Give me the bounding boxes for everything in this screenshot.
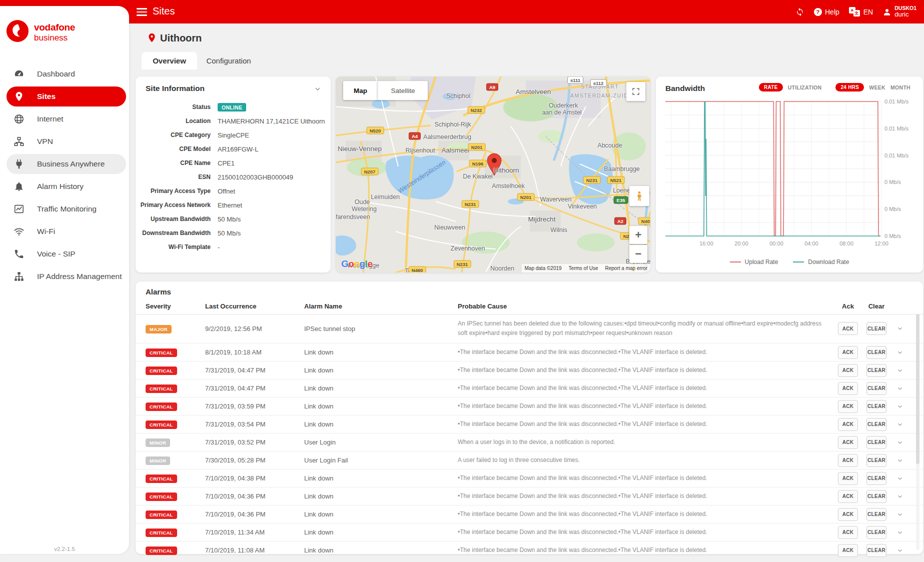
info-row: ESN21500102003GHB000049 <box>136 170 331 184</box>
alarms-panel: Alarms Severity Last Occurrence Alarm Na… <box>136 282 923 554</box>
utilization-toggle[interactable]: UTILIZATION <box>788 84 822 90</box>
clear-button[interactable]: CLEAR <box>866 526 886 539</box>
sidebar-item-voice-sip[interactable]: Voice - SIP <box>0 242 129 265</box>
menu-icon[interactable] <box>137 8 147 18</box>
severity-badge: CRITICAL <box>146 384 177 393</box>
fullscreen-button[interactable] <box>626 82 645 101</box>
tab-overview[interactable]: Overview <box>142 52 197 70</box>
street-view-pegman-button[interactable] <box>629 186 649 206</box>
sidebar-item-label: IP Address Management <box>37 272 122 281</box>
alarm-probable-cause: •The interface became Down and the link … <box>458 528 833 537</box>
sidebar-item-vpn[interactable]: VPN <box>0 130 129 152</box>
sidebar-item-wifi[interactable]: Wi-Fi <box>0 220 129 242</box>
clear-button[interactable]: CLEAR <box>866 544 886 557</box>
tab-configuration[interactable]: Configuration <box>197 52 260 70</box>
expand-row-chevron-icon[interactable] <box>896 439 903 446</box>
alarm-time: 8/1/2019, 10:18 AM <box>205 348 304 356</box>
expand-row-chevron-icon[interactable] <box>896 403 903 410</box>
svg-text:08:00: 08:00 <box>839 240 853 246</box>
refresh-icon[interactable] <box>795 8 804 16</box>
clear-button[interactable]: CLEAR <box>866 400 886 413</box>
alarms-scrollbar-thumb[interactable] <box>916 314 919 464</box>
severity-badge: CRITICAL <box>146 528 177 537</box>
map-canvas[interactable] <box>336 76 650 272</box>
expand-row-chevron-icon[interactable] <box>896 349 903 356</box>
expand-row-chevron-icon[interactable] <box>896 475 903 482</box>
expand-row-chevron-icon[interactable] <box>896 511 903 518</box>
ack-button[interactable]: ACK <box>838 490 858 503</box>
map-view-button[interactable]: Map <box>343 81 378 100</box>
info-label: Upstream Bandwidth <box>136 216 211 222</box>
alarm-probable-cause: •The interface became Down and the link … <box>458 402 833 411</box>
info-row: Upstream Bandwidth50 Mb/s <box>136 212 331 226</box>
expand-row-chevron-icon[interactable] <box>896 493 903 500</box>
ack-button[interactable]: ACK <box>838 364 858 377</box>
language-switcher[interactable]: A 文 EN <box>849 7 873 16</box>
clear-button[interactable]: CLEAR <box>866 436 886 449</box>
expand-row-chevron-icon[interactable] <box>896 421 903 428</box>
terms-of-use-link[interactable]: Terms of Use <box>569 266 598 271</box>
google-logo: Google <box>341 258 372 270</box>
report-map-error-link[interactable]: Report a map error <box>605 266 647 271</box>
road-badge-s112: s112 <box>590 80 607 87</box>
zoom-in-button[interactable]: + <box>629 226 647 244</box>
ack-button[interactable]: ACK <box>838 346 858 359</box>
legend-item-upload-rate[interactable]: Upload Rate <box>730 258 778 266</box>
range-week-toggle[interactable]: WEEK <box>869 84 885 90</box>
ack-button[interactable]: ACK <box>838 322 858 335</box>
legend-item-download-rate[interactable]: Download Rate <box>793 258 849 266</box>
info-row: CPE ModelAR169FGW-L <box>136 142 331 156</box>
severity-badge: CRITICAL <box>146 420 177 429</box>
clear-button[interactable]: CLEAR <box>866 418 886 431</box>
rate-toggle[interactable]: RATE <box>759 83 783 92</box>
ack-button[interactable]: ACK <box>838 382 858 395</box>
ack-button[interactable]: ACK <box>838 526 858 539</box>
expand-row-chevron-icon[interactable] <box>896 325 903 332</box>
map-label-oude: Oude <box>355 198 370 206</box>
sidebar-item-sites[interactable]: Sites <box>0 85 129 108</box>
sidebar-item-label: Sites <box>37 92 56 101</box>
sidebar-item-dashboard[interactable]: Dashboard <box>0 62 129 85</box>
help-button[interactable]: ? Help <box>814 8 839 16</box>
zoom-out-button[interactable]: − <box>629 245 647 263</box>
satellite-view-button[interactable]: Satellite <box>378 81 428 100</box>
severity-badge: CRITICAL <box>146 348 177 357</box>
clear-button[interactable]: CLEAR <box>866 364 886 377</box>
clear-button[interactable]: CLEAR <box>866 508 886 521</box>
expand-row-chevron-icon[interactable] <box>896 457 903 464</box>
ack-button[interactable]: ACK <box>838 400 858 413</box>
expand-row-chevron-icon[interactable] <box>896 385 903 392</box>
ack-button[interactable]: ACK <box>838 472 858 485</box>
clear-button[interactable]: CLEAR <box>866 382 886 395</box>
sidebar-item-traffic-monitoring[interactable]: Traffic Monitoring <box>0 198 129 220</box>
expand-row-chevron-icon[interactable] <box>896 547 903 554</box>
expand-row-chevron-icon[interactable] <box>896 529 903 536</box>
sidebar-item-ip-address-management[interactable]: IP Address Management <box>0 265 129 288</box>
clear-button[interactable]: CLEAR <box>866 490 886 503</box>
collapse-chevron-icon[interactable] <box>314 85 322 93</box>
sidebar-item-alarm-history[interactable]: Alarm History <box>0 175 129 198</box>
sidebar-item-business-anywhere[interactable]: Business Anywhere <box>0 152 129 175</box>
map-label-de-kwakel: De Kwakel <box>463 173 493 180</box>
alarms-scrollbar[interactable] <box>916 314 919 550</box>
ack-button[interactable]: ACK <box>838 544 858 557</box>
clear-button[interactable]: CLEAR <box>866 472 886 485</box>
alarm-name: Link down <box>304 384 458 392</box>
expand-row-chevron-icon[interactable] <box>896 367 903 374</box>
sidebar-item-label: VPN <box>37 137 53 146</box>
range-month-toggle[interactable]: MONTH <box>890 84 910 90</box>
user-menu[interactable]: DUSKO1 duric <box>882 6 916 18</box>
clear-button[interactable]: CLEAR <box>866 454 886 467</box>
clear-button[interactable]: CLEAR <box>866 322 886 335</box>
ack-button[interactable]: ACK <box>838 508 858 521</box>
road-badge-n231: N231 <box>454 260 471 268</box>
range-24hrs-toggle[interactable]: 24 HRS <box>835 83 864 92</box>
ack-button[interactable]: ACK <box>838 436 858 449</box>
road-badge-a9: A9 <box>486 84 498 91</box>
alarm-row: CRITICAL7/10/2019, 04:36 PMLink down•The… <box>136 488 923 506</box>
map-label-schiphol: Schiphol <box>446 92 470 100</box>
clear-button[interactable]: CLEAR <box>866 346 886 359</box>
ack-button[interactable]: ACK <box>838 418 858 431</box>
sidebar-item-internet[interactable]: Internet <box>0 108 129 130</box>
ack-button[interactable]: ACK <box>838 454 858 467</box>
